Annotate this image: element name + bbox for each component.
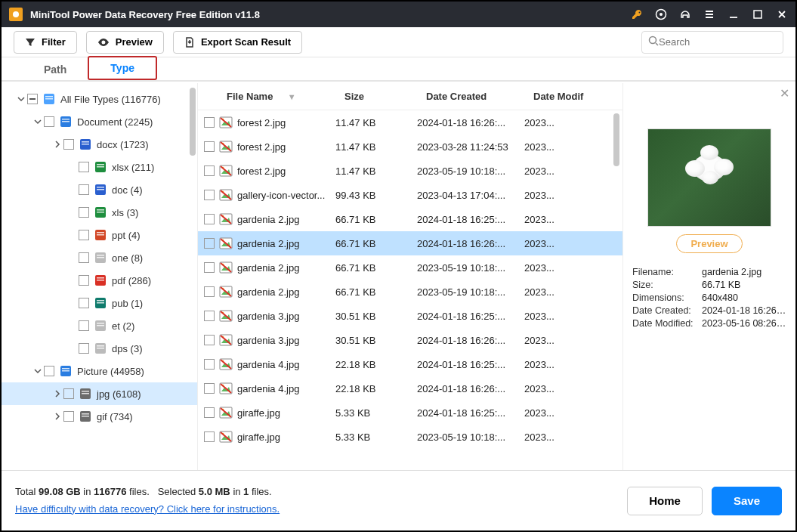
file-created: 2023-05-19 10:18:...	[417, 262, 524, 274]
preview-button[interactable]: Preview	[86, 31, 164, 54]
tree-label: All File Types (116776)	[60, 94, 161, 105]
file-row[interactable]: gallery-icon-vector... 99.43 KB 2023-04-…	[198, 183, 622, 207]
file-row[interactable]: gardenia 4.jpg 22.18 KB 2024-01-18 16:25…	[198, 352, 622, 376]
tree-item[interactable]: pdf (286)	[2, 269, 197, 292]
tree-item[interactable]: Document (2245)	[2, 110, 197, 133]
filter-button[interactable]: Filter	[14, 31, 77, 54]
export-button[interactable]: Export Scan Result	[173, 31, 302, 54]
file-row[interactable]: gardenia 2.jpg 66.71 KB 2024-01-18 16:26…	[198, 231, 622, 255]
tree-checkbox[interactable]	[63, 388, 74, 399]
row-checkbox[interactable]	[204, 407, 215, 418]
tree-item[interactable]: dps (3)	[2, 337, 197, 360]
tree-label: xls (3)	[112, 207, 138, 218]
key-icon[interactable]	[631, 8, 643, 20]
menu-icon[interactable]	[703, 8, 715, 20]
tree-checkbox[interactable]	[79, 252, 89, 263]
row-checkbox[interactable]	[204, 190, 215, 200]
maximize-icon[interactable]	[752, 8, 764, 20]
close-icon[interactable]	[776, 8, 788, 20]
minimize-icon[interactable]	[727, 8, 740, 20]
file-name: gallery-icon-vector...	[237, 190, 335, 201]
tree-item[interactable]: gif (734)	[2, 405, 197, 428]
close-preview-icon[interactable]: ✕	[780, 86, 789, 101]
row-checkbox[interactable]	[204, 383, 215, 394]
tree-checkbox[interactable]	[79, 184, 89, 195]
file-created: 2023-03-28 11:24:53	[417, 141, 524, 153]
help-link[interactable]: Have difficulty with data recovery? Clic…	[15, 503, 280, 515]
file-row[interactable]: gardenia 2.jpg 66.71 KB 2023-05-19 10:18…	[198, 280, 622, 304]
tree-checkbox[interactable]	[79, 162, 89, 172]
col-created[interactable]: Date Created	[422, 91, 529, 102]
tree-checkbox[interactable]	[63, 139, 74, 150]
tree-checkbox[interactable]	[79, 298, 89, 308]
file-list-header: File Name ▼ Size Date Created Date Modif	[198, 83, 622, 110]
col-name[interactable]: File Name ▼	[222, 91, 340, 102]
search-box[interactable]	[641, 31, 783, 54]
disc-icon[interactable]	[655, 8, 667, 20]
tree-checkbox[interactable]	[44, 366, 54, 376]
save-button[interactable]: Save	[712, 487, 782, 515]
row-checkbox[interactable]	[204, 359, 215, 370]
file-row[interactable]: forest 2.jpg 11.47 KB 2024-01-18 16:26:.…	[198, 110, 622, 135]
row-checkbox[interactable]	[204, 335, 215, 345]
tree-item[interactable]: one (8)	[2, 246, 197, 269]
tree-checkbox[interactable]	[79, 343, 89, 354]
row-checkbox[interactable]	[204, 262, 215, 273]
sidebar-scrollbar[interactable]	[190, 88, 196, 156]
tree-item[interactable]: Picture (44958)	[2, 360, 197, 382]
row-checkbox[interactable]	[204, 214, 215, 224]
tree-checkbox[interactable]	[79, 207, 89, 218]
col-size[interactable]: Size	[340, 91, 422, 102]
file-row[interactable]: forest 2.jpg 11.47 KB 2023-03-28 11:24:5…	[198, 135, 622, 159]
caret-icon	[53, 390, 62, 397]
tree-checkbox[interactable]	[79, 275, 89, 286]
tree-item[interactable]: jpg (6108)	[2, 382, 197, 405]
home-button[interactable]: Home	[627, 487, 703, 515]
tab-path[interactable]: Path	[23, 59, 88, 80]
tree-checkbox[interactable]	[63, 411, 74, 422]
tree-item[interactable]: ppt (4)	[2, 224, 197, 246]
file-icon	[219, 164, 233, 178]
row-checkbox[interactable]	[204, 286, 215, 297]
tree-item[interactable]: xls (3)	[2, 201, 197, 224]
tab-type[interactable]: Type	[88, 56, 157, 80]
open-preview-button[interactable]: Preview	[676, 234, 742, 253]
file-created: 2024-01-18 16:26:...	[417, 383, 524, 394]
row-checkbox[interactable]	[204, 238, 215, 249]
row-checkbox[interactable]	[204, 117, 215, 128]
tree-item[interactable]: All File Types (116776)	[2, 88, 197, 110]
file-row[interactable]: giraffe.jpg 5.33 KB 2024-01-18 16:25:...…	[198, 401, 622, 425]
file-row[interactable]: gardenia 2.jpg 66.71 KB 2023-05-19 10:18…	[198, 255, 622, 280]
tree-checkbox[interactable]	[44, 116, 54, 127]
filelist-scrollbar[interactable]	[613, 113, 619, 166]
row-checkbox[interactable]	[204, 165, 215, 176]
headset-icon[interactable]	[679, 8, 691, 20]
tree-checkbox[interactable]	[79, 230, 89, 240]
file-name: gardenia 3.jpg	[237, 335, 335, 346]
file-row[interactable]: forest 2.jpg 11.47 KB 2023-05-19 10:18:.…	[198, 159, 622, 183]
tree-item[interactable]: et (2)	[2, 314, 197, 337]
tree-checkbox[interactable]	[27, 94, 38, 104]
content-area: All File Types (116776) Document (2245) …	[2, 83, 795, 470]
tree-checkbox[interactable]	[79, 320, 89, 331]
tree-item[interactable]: doc (4)	[2, 178, 197, 201]
tree-item[interactable]: xlsx (211)	[2, 156, 197, 178]
search-input[interactable]	[659, 36, 786, 48]
tree-item[interactable]: pub (1)	[2, 292, 197, 314]
file-row[interactable]: gardenia 3.jpg 30.51 KB 2024-01-18 16:26…	[198, 328, 622, 352]
col-modified[interactable]: Date Modif	[529, 91, 589, 102]
filetype-icon	[59, 364, 73, 378]
file-row[interactable]: gardenia 2.jpg 66.71 KB 2024-01-18 16:25…	[198, 207, 622, 231]
tree-item[interactable]: docx (1723)	[2, 133, 197, 156]
file-size: 66.71 KB	[335, 286, 417, 298]
svg-rect-29	[97, 257, 104, 258]
svg-rect-34	[97, 300, 104, 302]
svg-rect-10	[62, 119, 70, 120]
file-row[interactable]: gardenia 3.jpg 30.51 KB 2024-01-18 16:25…	[198, 304, 622, 328]
row-checkbox[interactable]	[204, 311, 215, 321]
row-checkbox[interactable]	[204, 431, 215, 442]
file-modified: 2023...	[524, 141, 585, 153]
file-row[interactable]: gardenia 4.jpg 22.18 KB 2024-01-18 16:26…	[198, 376, 622, 401]
file-row[interactable]: giraffe.jpg 5.33 KB 2023-05-19 10:18:...…	[198, 425, 622, 449]
row-checkbox[interactable]	[204, 141, 215, 152]
